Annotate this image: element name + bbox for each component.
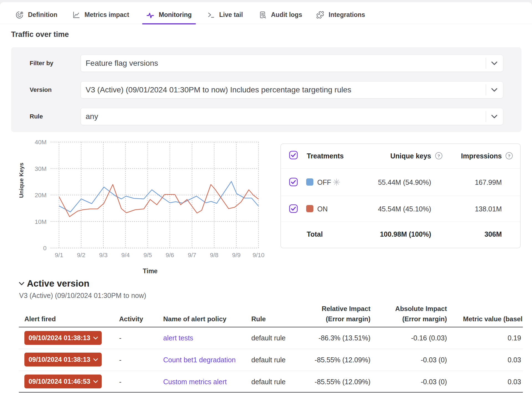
svg-text:9/5: 9/5 bbox=[144, 252, 152, 259]
svg-text:9/3: 9/3 bbox=[99, 252, 108, 259]
svg-text:20M: 20M bbox=[35, 192, 47, 199]
svg-text:9/10: 9/10 bbox=[253, 252, 265, 259]
svg-text:9/6: 9/6 bbox=[166, 252, 174, 259]
svg-text:Time: Time bbox=[143, 267, 157, 275]
svg-text:9/1: 9/1 bbox=[55, 252, 63, 259]
svg-text:40M: 40M bbox=[35, 139, 47, 146]
svg-text:9/8: 9/8 bbox=[210, 252, 219, 259]
svg-text:9/7: 9/7 bbox=[188, 252, 196, 259]
svg-text:9/9: 9/9 bbox=[232, 252, 241, 259]
svg-text:10M: 10M bbox=[35, 218, 47, 225]
svg-text:0: 0 bbox=[43, 245, 47, 252]
svg-text:30M: 30M bbox=[35, 165, 47, 172]
svg-text:9/4: 9/4 bbox=[121, 252, 130, 259]
svg-text:?: ? bbox=[508, 153, 510, 158]
svg-text:9/2: 9/2 bbox=[77, 252, 86, 259]
